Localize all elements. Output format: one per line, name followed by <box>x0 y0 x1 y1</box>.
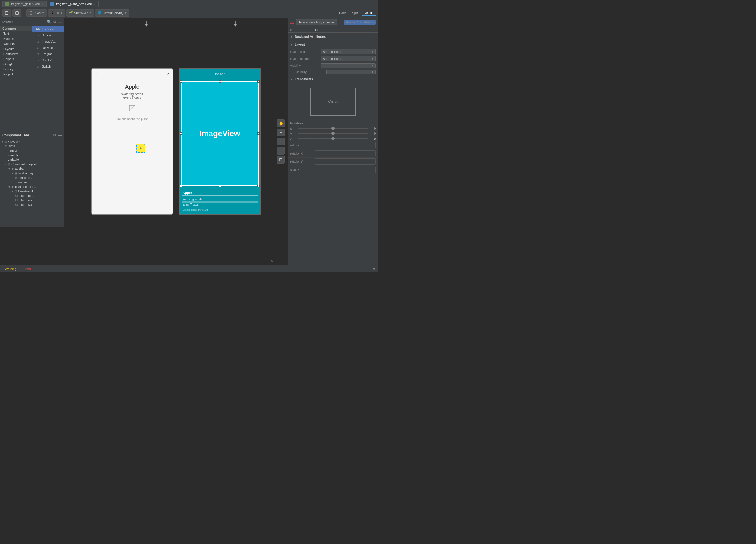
palette-item-buttons[interactable]: Buttons <box>0 36 32 41</box>
palette-textview-item[interactable]: Ab TextView <box>32 26 64 32</box>
layout-subsection-header[interactable]: ▼ Layout <box>290 42 376 47</box>
palette-button-item[interactable]: □ Button <box>32 32 64 38</box>
zoom-btn[interactable]: 📱 30 ▼ <box>48 9 65 17</box>
tab-gallery[interactable]: fragment_gallery.xml ✕ <box>2 1 47 7</box>
tree-variable2[interactable]: variable <box>0 157 64 162</box>
tree-plant-water2[interactable]: Ab plant_wa <box>0 203 64 207</box>
palette-gear-icon[interactable]: ⚙ <box>53 20 57 24</box>
hand-tool-btn[interactable]: ✋ <box>277 119 285 127</box>
tree-import[interactable]: import <box>0 148 64 153</box>
handle-ml[interactable] <box>180 132 182 135</box>
zoom-out-btn[interactable]: − <box>277 138 285 145</box>
tree-plant-water1-icon: Ab <box>15 199 18 202</box>
declared-attrs-header[interactable]: ▼ Declared Attributes + − <box>288 33 378 41</box>
palette-item-widgets[interactable]: Widgets <box>0 41 32 46</box>
tree-toolbar-layout-arrow: ▼ <box>11 172 14 175</box>
back-icon[interactable]: ← <box>95 71 100 77</box>
design-mode-btn[interactable]: Design <box>362 10 376 16</box>
palette-search-icon[interactable]: 🔍 <box>47 20 51 24</box>
tab-plant-detail[interactable]: fragment_plant_detail.xml ✕ <box>47 1 99 7</box>
palette-recycler-item[interactable]: ≡ Recycle... <box>32 45 64 51</box>
tree-detail-image[interactable]: 🖼 detail_im... <box>0 175 64 180</box>
tree-layout[interactable]: ▼ ⊞ <layout> <box>0 139 64 144</box>
rotation-heading: Rotation <box>288 120 378 126</box>
rotation-z-thumb[interactable] <box>331 137 335 140</box>
palette-item-google[interactable]: Google <box>0 62 32 67</box>
tree-plant-desc[interactable]: Ab plant_de... <box>0 193 64 198</box>
handle-tr[interactable] <box>257 80 260 83</box>
share-icon[interactable]: ↗ <box>166 71 169 77</box>
tree-constraint[interactable]: ▼ ⊡ ConstraintL... <box>0 189 64 193</box>
visibility-dropdown2[interactable]: ▼ <box>326 70 376 74</box>
visibility-dropdown1[interactable]: ▼ <box>321 63 376 68</box>
pixel-device-btn[interactable]: Pixel ▼ <box>26 9 47 17</box>
rotation-x-slider[interactable] <box>298 128 368 129</box>
rotation-x-thumb[interactable] <box>331 127 335 130</box>
palette-common-category[interactable]: Common <box>0 26 32 31</box>
design-controls-btn[interactable] <box>2 9 11 17</box>
palette-item-layouts[interactable]: Layouts <box>0 46 32 51</box>
zoom-in-btn[interactable]: + <box>277 129 285 136</box>
rotation-y-slider[interactable] <box>298 133 368 134</box>
handle-bl[interactable] <box>180 185 182 187</box>
palette-imageview-item[interactable]: □ ImageVi... <box>32 38 64 45</box>
palette-item-project[interactable]: Project <box>0 72 32 77</box>
tree-detail-image-icon: 🖼 <box>15 176 18 179</box>
bottom-panel-close[interactable]: ✕ <box>372 267 376 271</box>
handle-bc[interactable] <box>219 185 221 187</box>
tree-plant-detail-scroll[interactable]: ▼ ▣ plant_detail_s... <box>0 184 64 189</box>
handle-tl[interactable] <box>180 80 182 83</box>
run-scanner-btn[interactable]: Run accessibility scanner <box>296 19 337 25</box>
rotationX-field-input[interactable] <box>315 150 376 156</box>
rotationX-field-row: rotationX <box>288 149 378 158</box>
tab-plant-close[interactable]: ✕ <box>93 3 95 6</box>
layout-width-dropdown-arrow: ▼ <box>371 50 374 53</box>
handle-br[interactable] <box>257 185 260 187</box>
tree-toolbar-icon: ≡ <box>15 181 16 184</box>
view-box-container: View <box>288 83 378 120</box>
tree-coordinator[interactable]: ▼ ⊞ CoordinatorLayout <box>0 162 64 166</box>
blueprint-btn[interactable] <box>12 9 21 17</box>
tree-data-label: data <box>9 144 15 148</box>
zoom-fit-btn[interactable]: ⊡ <box>277 156 285 164</box>
handle-mr[interactable] <box>257 132 260 135</box>
rotation-field-input[interactable] <box>315 142 376 148</box>
tree-data[interactable]: ▼ data <box>0 144 64 148</box>
sunflower-btn[interactable]: 🌱 Sunflower ▼ <box>66 9 94 17</box>
palette-item-legacy[interactable]: Legacy <box>0 67 32 72</box>
layout-width-value: wrap_content ▼ <box>321 49 376 54</box>
tab-gallery-close[interactable]: ✕ <box>41 3 44 6</box>
tree-appbar[interactable]: ▼ ▣ appbar <box>0 166 64 171</box>
tree-plant-water1[interactable]: Ab plant_wa... <box>0 198 64 203</box>
tree-gear-icon[interactable]: ⚙ <box>53 133 57 137</box>
fab-button[interactable]: + <box>136 144 145 153</box>
scrollview-label: ScrollVi... <box>42 58 55 62</box>
tree-minimize-icon[interactable]: — <box>58 133 62 137</box>
layout-height-dropdown[interactable]: wrap_content ▼ <box>321 56 376 61</box>
rotation-y-thumb[interactable] <box>331 132 335 135</box>
tree-toolbar[interactable]: ≡ toolbar <box>0 180 64 184</box>
palette-fragment-item[interactable]: □ Fragme... <box>32 51 64 57</box>
code-mode-btn[interactable]: Code <box>337 10 349 16</box>
locale-btn[interactable]: 🌐 Default (en-us) ▼ <box>95 9 130 17</box>
rotation-z-slider[interactable] <box>298 138 368 139</box>
tree-title: Component Tree <box>2 133 29 137</box>
declared-add-icon[interactable]: + <box>369 34 371 39</box>
tree-variable1[interactable]: variable <box>0 153 64 157</box>
layout-width-dropdown[interactable]: wrap_content ▼ <box>321 49 376 54</box>
handle-tc[interactable] <box>219 80 221 83</box>
scaleX-field-input[interactable] <box>315 167 376 173</box>
palette-switch-item[interactable]: ⊙ Switch <box>32 63 64 69</box>
palette-scrollview-item[interactable]: □ ScrollVi... <box>32 57 64 63</box>
phone-plant-name: Apple <box>96 84 168 90</box>
tree-toolbar-layout[interactable]: ▼ ▣ toolbar_lay... <box>0 171 64 175</box>
transforms-section-header[interactable]: ▼ Transforms <box>288 75 378 83</box>
declared-remove-icon[interactable]: − <box>373 34 376 39</box>
split-mode-btn[interactable]: Split <box>350 10 360 16</box>
rotationY-field-input[interactable] <box>315 158 376 165</box>
palette-item-text[interactable]: Text <box>0 31 32 36</box>
palette-item-helpers[interactable]: Helpers <box>0 56 32 62</box>
palette-item-containers[interactable]: Containers <box>0 51 32 56</box>
palette-minimize-icon[interactable]: — <box>58 20 62 24</box>
zoom-reset-btn[interactable]: 1:1 <box>277 147 285 155</box>
